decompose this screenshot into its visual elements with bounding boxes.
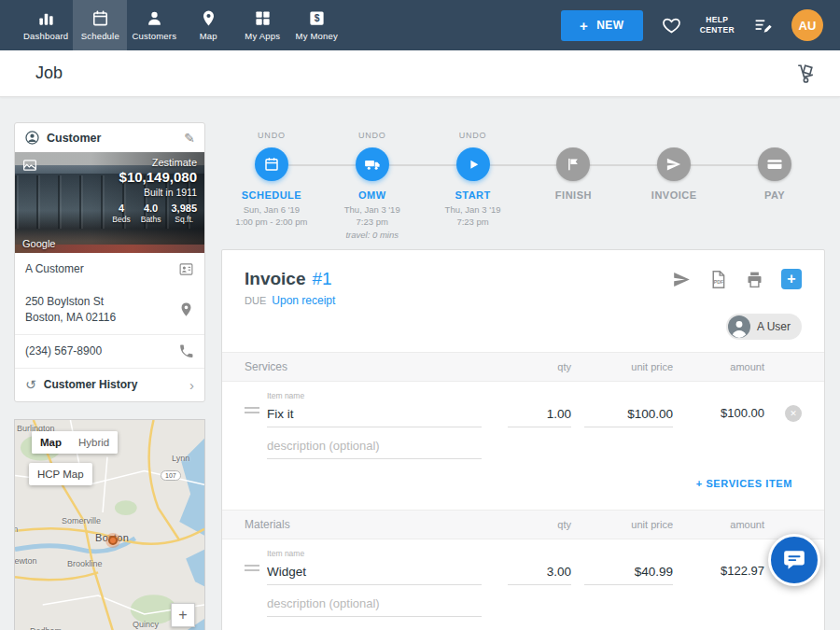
- material-qty-input[interactable]: [508, 561, 571, 585]
- undo-schedule-link[interactable]: UNDO: [258, 131, 286, 143]
- play-icon: [465, 156, 482, 173]
- timeline-step-schedule: UNDO SCHEDULE Sun, Jan 6 '19 1:00 pm - 2…: [221, 97, 322, 241]
- step-label: PAY: [764, 189, 785, 201]
- customer-card-title: Customer: [47, 132, 177, 145]
- apps-grid-icon: [254, 9, 272, 27]
- due-terms-link[interactable]: Upon receipt: [272, 294, 335, 307]
- pay-step-button[interactable]: [758, 147, 791, 181]
- map-label: Somerville: [62, 516, 101, 525]
- customer-name-row[interactable]: A Customer: [15, 253, 204, 286]
- remove-service-item-button[interactable]: ✕: [785, 405, 802, 422]
- built-year: Built in 1911: [112, 187, 197, 198]
- service-description-input[interactable]: [267, 435, 482, 459]
- heart-icon: [662, 16, 681, 35]
- google-watermark: Google: [22, 238, 55, 249]
- drag-handle-icon[interactable]: [245, 562, 259, 585]
- zestimate-overlay: Zestimate $10,149,080 Built in 1911 4Bed…: [112, 157, 197, 224]
- history-icon: ↺: [25, 378, 36, 391]
- map-type-hybrid-button[interactable]: Hybrid: [70, 431, 118, 454]
- customers-icon: [146, 9, 163, 27]
- step-detail: Thu, Jan 3 '19 7:23 pm travel: 0 mins: [344, 203, 400, 241]
- drag-handle-icon[interactable]: [245, 404, 259, 427]
- step-label: INVOICE: [651, 189, 697, 201]
- truck-icon: [364, 156, 381, 173]
- new-button[interactable]: + NEW: [561, 10, 643, 41]
- paper-plane-icon: [665, 156, 682, 173]
- undo-omw-link[interactable]: UNDO: [358, 131, 386, 143]
- undo-start-link[interactable]: UNDO: [459, 131, 487, 143]
- services-title: Services: [245, 360, 482, 373]
- pdf-button[interactable]: PDF: [708, 270, 728, 289]
- material-amount: $122.97: [682, 564, 764, 585]
- services-section-header: Services qty unit price amount: [222, 352, 824, 382]
- item-name-label: Item name: [267, 391, 482, 400]
- job-equipment-button[interactable]: [795, 63, 816, 84]
- assigned-user-chip[interactable]: A User: [726, 314, 802, 340]
- map-label: Lynn: [172, 454, 189, 463]
- invoice-step-button[interactable]: [657, 147, 691, 181]
- page-bar: Job: [0, 50, 840, 97]
- step-label: START: [455, 189, 490, 201]
- finish-step-button[interactable]: [556, 147, 590, 181]
- heart-button[interactable]: [662, 16, 681, 35]
- timeline-step-omw: UNDO OMW Thu, Jan 3 '19 7:23 pm travel: …: [322, 97, 423, 241]
- beds-label: Beds: [112, 215, 130, 224]
- assigned-user-name: A User: [757, 320, 791, 333]
- nav-item-schedule[interactable]: Schedule: [73, 0, 127, 50]
- qty-column-header: qty: [508, 361, 571, 372]
- send-invoice-button[interactable]: [672, 270, 692, 289]
- nav-label: Dashboard: [23, 31, 68, 41]
- phone-icon: [178, 343, 194, 359]
- address-line2: Boston, MA 02116: [25, 310, 116, 326]
- invoice-title: Invoice: [245, 269, 305, 289]
- zoom-in-button[interactable]: +: [171, 603, 195, 627]
- chat-fab-button[interactable]: [768, 534, 820, 586]
- service-name-input[interactable]: [267, 403, 482, 427]
- material-description-input[interactable]: [267, 593, 482, 617]
- nav-item-dashboard[interactable]: Dashboard: [19, 0, 73, 50]
- material-name-input[interactable]: [267, 561, 482, 585]
- sqft-label: Sq.ft.: [171, 215, 197, 224]
- step-detail: Thu, Jan 3 '19 7:23 pm: [445, 203, 501, 229]
- zestimate-label: Zestimate: [112, 157, 197, 168]
- materials-title: Materials: [245, 518, 482, 531]
- contact-card-icon: [178, 261, 194, 277]
- service-qty-input[interactable]: [508, 403, 571, 427]
- user-avatar[interactable]: AU: [791, 9, 823, 41]
- hcp-map-button[interactable]: HCP Map: [29, 463, 92, 485]
- omw-step-button[interactable]: [356, 147, 389, 181]
- beds-value: 4: [112, 203, 130, 214]
- nav-item-my-apps[interactable]: My Apps: [235, 0, 289, 50]
- due-row: DUE Upon receipt: [222, 289, 824, 307]
- map-label: Dedham: [30, 626, 62, 630]
- map-widget[interactable]: Burlington Lynn Somerville Boston Newton…: [14, 419, 205, 630]
- nav-item-map[interactable]: Map: [181, 0, 235, 50]
- sqft-value: 3,985: [171, 203, 197, 214]
- location-pin-icon: [178, 301, 194, 317]
- customer-phone-row[interactable]: (234) 567-8900: [15, 334, 204, 368]
- notes-button[interactable]: [753, 16, 773, 35]
- schedule-step-button[interactable]: [255, 147, 288, 181]
- notes-icon: [753, 16, 773, 35]
- customer-address-row[interactable]: 250 Boylston St Boston, MA 02116: [15, 286, 204, 334]
- service-unit-price-input[interactable]: [584, 403, 673, 427]
- job-location-marker[interactable]: [108, 536, 118, 545]
- flag-icon: [565, 156, 581, 173]
- map-pin-icon: [200, 9, 217, 27]
- add-services-item-link[interactable]: + SERVICES ITEM: [696, 478, 792, 489]
- main-content: UNDO SCHEDULE Sun, Jan 6 '19 1:00 pm - 2…: [221, 97, 825, 630]
- step-label: SCHEDULE: [242, 189, 302, 201]
- help-center-link[interactable]: HELP CENTER: [700, 15, 735, 36]
- material-unit-price-input[interactable]: [584, 561, 673, 585]
- map-label: Waltham: [14, 525, 18, 534]
- start-step-button[interactable]: [456, 147, 490, 181]
- edit-customer-icon[interactable]: ✎: [184, 131, 195, 146]
- unit-price-column-header: unit price: [584, 361, 673, 372]
- nav-item-my-money[interactable]: $ My Money: [289, 0, 343, 50]
- print-button[interactable]: [745, 270, 764, 289]
- map-type-map-button[interactable]: Map: [32, 431, 70, 454]
- nav-item-customers[interactable]: Customers: [127, 0, 181, 50]
- customer-history-row[interactable]: ↺ Customer History ›: [15, 368, 204, 401]
- invoice-add-button[interactable]: +: [781, 269, 802, 289]
- map-label: Quincy: [133, 620, 159, 629]
